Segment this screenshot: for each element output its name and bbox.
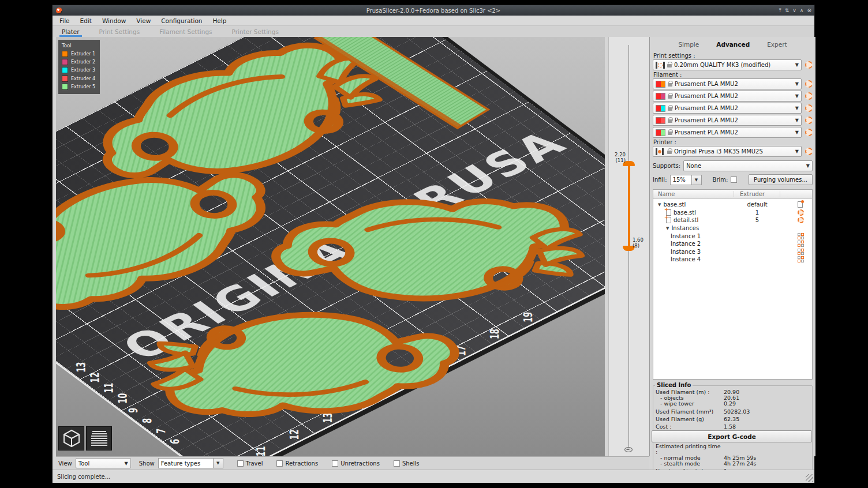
filament-5-gear-icon[interactable] [805, 129, 813, 136]
window-minimize-icon[interactable]: ∨ [792, 7, 796, 13]
volume-settings-gear-icon[interactable] [798, 209, 804, 216]
collapse-icon[interactable]: ▼ [658, 202, 661, 207]
shells-checkbox[interactable] [394, 460, 400, 467]
menu-configuration[interactable]: Configuration [161, 17, 202, 24]
window-maximize-icon[interactable]: ∧ [800, 7, 804, 13]
sliced-objects-layer[interactable] [56, 37, 605, 456]
filament-4-gear-icon[interactable] [805, 117, 813, 124]
instance-printable-icon[interactable] [798, 241, 804, 247]
3d-editor-view-button[interactable] [58, 426, 84, 451]
title-bar: PrusaSlicer-2.0.0+Fedora based on Slic3r… [53, 5, 814, 16]
brim-checkbox[interactable] [731, 177, 737, 183]
retractions-label: Retractions [285, 460, 318, 467]
print-bed: ORIGINAL PRUSA 10 11 12 13 14 15 16 17 1… [56, 37, 605, 456]
window-stick-icon[interactable]: ⇅ [785, 7, 790, 13]
object-row[interactable]: ▼base.stl default [653, 201, 812, 209]
filament-combo-3[interactable]: Prusament PLA MMU2 ▼ [653, 103, 802, 114]
infill-combo[interactable]: 15% [670, 175, 692, 185]
lower-layer-height: 1.60 [633, 237, 643, 243]
instance-printable-icon[interactable] [798, 233, 804, 239]
object-extruder[interactable]: default [734, 201, 780, 208]
one-layer-mode-icon[interactable] [624, 447, 633, 452]
retractions-checkbox[interactable] [276, 460, 283, 467]
supports-value: None [686, 163, 701, 169]
travel-checkbox[interactable] [237, 460, 244, 467]
collapse-icon[interactable]: ▼ [666, 226, 669, 231]
info-label: Used Filament (mm³) [656, 409, 724, 415]
filament-combo-2[interactable]: Prusament PLA MMU2 ▼ [653, 91, 802, 102]
supports-combo[interactable]: None ▼ [683, 160, 813, 171]
filament-2-gear-icon[interactable] [805, 92, 813, 100]
instance-row[interactable]: Instance 3 [653, 248, 812, 256]
chevron-down-icon: ▼ [795, 118, 799, 123]
tab-filament-settings[interactable]: Filament Settings [159, 26, 212, 37]
instance-printable-icon[interactable] [798, 249, 804, 255]
extruder-2-label: Extruder 2 [71, 59, 95, 65]
object-list-header: Name Extruder [653, 190, 812, 199]
show-dropdown-button[interactable]: ▼ [214, 458, 223, 468]
layer-slider-range[interactable] [628, 165, 630, 247]
3d-viewport[interactable]: ORIGINAL PRUSA 10 11 12 13 14 15 16 17 1… [56, 37, 605, 456]
chevron-down-icon: ▼ [795, 62, 799, 67]
volume-row[interactable]: detail.stl 5 [653, 216, 812, 224]
print-settings-gear-icon[interactable] [805, 61, 813, 69]
instances-label: Instances [671, 225, 699, 231]
volume-extruder[interactable]: 5 [734, 217, 780, 223]
filament-swatch [656, 81, 665, 88]
instances-group-row[interactable]: ▼Instances [653, 224, 812, 232]
printer-icon [656, 148, 665, 155]
resize-grip[interactable] [806, 474, 813, 482]
filament-combo-5[interactable]: Prusament PLA MMU2 ▼ [653, 127, 802, 138]
infill-dropdown-button[interactable]: ▼ [692, 175, 702, 185]
printer-combo[interactable]: Original Prusa i3 MK3S MMU2S ▼ [653, 146, 802, 157]
filament-1-gear-icon[interactable] [805, 80, 813, 88]
volume-extruder[interactable]: 1 [734, 209, 780, 216]
extruder-5-label: Extruder 5 [71, 84, 95, 89]
tab-print-settings[interactable]: Print Settings [99, 26, 140, 37]
chevron-down-icon: ▼ [795, 93, 799, 99]
object-settings-icon[interactable] [798, 201, 803, 208]
object-instance-3 [268, 197, 589, 303]
mode-expert[interactable]: Expert [767, 41, 787, 48]
view-combo[interactable]: Tool ▼ [76, 458, 131, 468]
instance-row[interactable]: Instance 2 [653, 240, 812, 248]
filament-combo-4[interactable]: Prusament PLA MMU2 ▼ [653, 115, 802, 126]
tab-printer-settings[interactable]: Printer Settings [232, 26, 279, 37]
window-rollup-icon[interactable]: ⤒ [779, 7, 781, 14]
export-gcode-button[interactable]: Export G-code [652, 430, 812, 442]
brim-label: Brim: [713, 177, 728, 183]
status-bar: Slicing complete... [53, 470, 814, 483]
volume-row[interactable]: base.stl 1 [653, 209, 812, 217]
printer-gear-icon[interactable] [805, 148, 813, 155]
unretractions-checkbox[interactable] [332, 460, 338, 467]
menu-edit[interactable]: Edit [80, 17, 92, 24]
preview-toolbar: View Tool ▼ Show Feature types ▼ Travel … [56, 456, 649, 470]
view-value: Tool [78, 460, 89, 467]
volume-settings-gear-icon[interactable] [798, 217, 804, 223]
mode-advanced[interactable]: Advanced [716, 41, 750, 48]
show-combo[interactable]: Feature types [158, 458, 214, 468]
print-settings-combo[interactable]: 0.20mm QUALITY MK3 (modified) ▼ [653, 59, 802, 70]
preview-view-button[interactable] [86, 426, 112, 451]
column-extruder[interactable]: Extruder [734, 191, 780, 197]
object-list: Name Extruder ▼base.stl default base.stl… [653, 189, 813, 380]
instance-row[interactable]: Instance 1 [653, 232, 812, 240]
window-close-icon[interactable]: ⊗ [807, 7, 811, 13]
tab-plater[interactable]: Plater [62, 26, 80, 37]
menu-window[interactable]: Window [102, 17, 126, 24]
menu-view[interactable]: View [136, 17, 151, 24]
filament-combo-1[interactable]: Prusament PLA MMU2 ▼ [653, 78, 802, 89]
instance-printable-icon[interactable] [798, 256, 804, 262]
column-name[interactable]: Name [653, 191, 734, 197]
filament-3-gear-icon[interactable] [805, 104, 813, 112]
instance-row[interactable]: Instance 4 [653, 256, 812, 264]
menu-file[interactable]: File [59, 17, 70, 24]
infill-value: 15% [673, 177, 686, 183]
show-label: Show [139, 460, 155, 467]
lock-icon [668, 119, 672, 123]
menu-help[interactable]: Help [212, 17, 226, 24]
purging-volumes-button[interactable]: Purging volumes... [749, 174, 813, 185]
status-text: Slicing complete... [57, 474, 110, 480]
mode-simple[interactable]: Simple [678, 41, 699, 48]
supports-label: Supports: [653, 163, 680, 169]
